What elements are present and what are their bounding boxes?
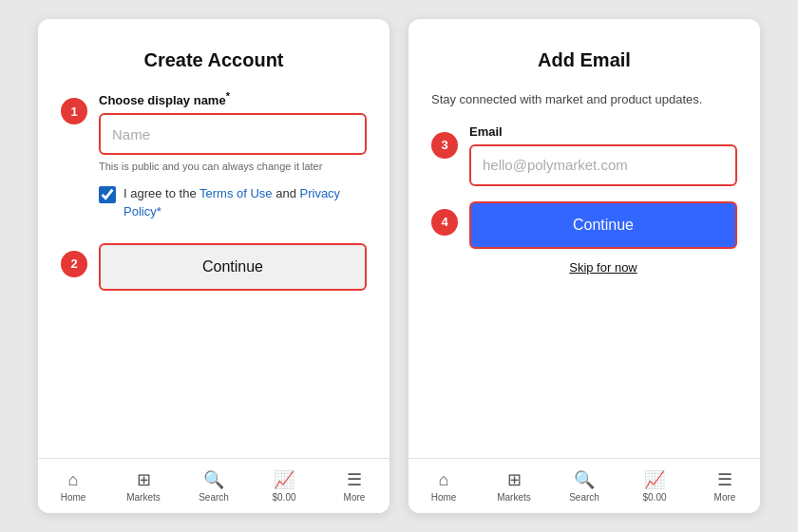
skip-link[interactable]: Skip for now — [469, 260, 737, 275]
step4-circle: 4 — [431, 209, 458, 236]
markets-icon-right: ⊞ — [507, 469, 522, 490]
search-icon: 🔍 — [203, 469, 224, 490]
left-nav-home[interactable]: ⌂ Home — [48, 470, 98, 503]
balance-icon: 📈 — [274, 469, 294, 490]
name-helper-text: This is public and you can always change… — [99, 161, 367, 172]
email-field-label: Email — [469, 124, 737, 139]
left-card-title: Create Account — [61, 49, 367, 71]
step2-circle: 2 — [61, 251, 87, 277]
left-continue-button[interactable]: Continue — [99, 243, 367, 291]
right-nav-balance[interactable]: 📈 $0.00 — [630, 469, 679, 503]
right-phone-card: Add Email Stay connected with market and… — [408, 19, 760, 513]
step4-content: Continue Skip for now — [469, 201, 737, 275]
left-bottom-nav: ⌂ Home ⊞ Markets 🔍 Search 📈 $0.00 ☰ More — [38, 458, 390, 513]
right-card-content: Add Email Stay connected with market and… — [408, 19, 760, 458]
right-card-title: Add Email — [431, 49, 737, 71]
left-card-content: Create Account 1 Choose display name* Th… — [38, 19, 390, 458]
balance-label: $0.00 — [272, 492, 295, 503]
search-label: Search — [199, 492, 229, 503]
right-nav-home[interactable]: ⌂ Home — [419, 470, 468, 503]
search-icon-right: 🔍 — [574, 469, 595, 490]
balance-icon-right: 📈 — [644, 469, 665, 490]
home-icon: ⌂ — [68, 470, 79, 490]
right-nav-markets[interactable]: ⊞ Markets — [489, 469, 539, 503]
step3-content: Email — [469, 124, 737, 186]
right-nav-more[interactable]: ☰ More — [700, 469, 750, 503]
left-nav-more[interactable]: ☰ More — [330, 469, 379, 503]
terms-checkbox[interactable] — [99, 186, 116, 203]
home-icon-right: ⌂ — [439, 470, 449, 490]
right-bottom-nav: ⌂ Home ⊞ Markets 🔍 Search 📈 $0.00 ☰ More — [408, 458, 760, 513]
right-subtitle: Stay connected with market and product u… — [431, 90, 737, 109]
terms-link[interactable]: Terms of Use — [200, 186, 273, 200]
right-nav-search[interactable]: 🔍 Search — [560, 469, 609, 503]
home-label: Home — [61, 492, 86, 503]
name-input[interactable] — [99, 113, 367, 155]
step1-circle: 1 — [61, 98, 87, 124]
step1-content: Choose display name* This is public and … — [99, 90, 367, 238]
markets-label: Markets — [126, 492, 161, 503]
search-label-right: Search — [569, 492, 599, 503]
terms-label: I agree to the Terms of Use and Privacy … — [124, 185, 367, 219]
step1-row: 1 Choose display name* This is public an… — [61, 90, 367, 238]
more-label: More — [344, 492, 366, 503]
markets-icon: ⊞ — [137, 469, 151, 490]
terms-row: I agree to the Terms of Use and Privacy … — [99, 185, 367, 219]
more-label-right: More — [714, 492, 736, 503]
name-field-label: Choose display name* — [99, 90, 367, 107]
markets-label-right: Markets — [497, 492, 531, 503]
more-icon-right: ☰ — [717, 469, 732, 490]
left-nav-balance[interactable]: 📈 $0.00 — [259, 469, 309, 503]
right-continue-button[interactable]: Continue — [469, 201, 737, 249]
left-phone-card: Create Account 1 Choose display name* Th… — [38, 19, 390, 513]
left-nav-search[interactable]: 🔍 Search — [189, 469, 238, 503]
more-icon: ☰ — [347, 469, 362, 490]
step2-content: Continue — [99, 243, 367, 291]
email-input[interactable] — [469, 144, 737, 186]
left-nav-markets[interactable]: ⊞ Markets — [119, 469, 168, 503]
step2-row: 2 Continue — [61, 243, 367, 291]
step3-row: 3 Email — [431, 124, 737, 186]
step3-circle: 3 — [431, 132, 458, 159]
balance-label-right: $0.00 — [642, 492, 666, 503]
step4-row: 4 Continue Skip for now — [431, 201, 737, 275]
home-label-right: Home — [431, 492, 457, 503]
